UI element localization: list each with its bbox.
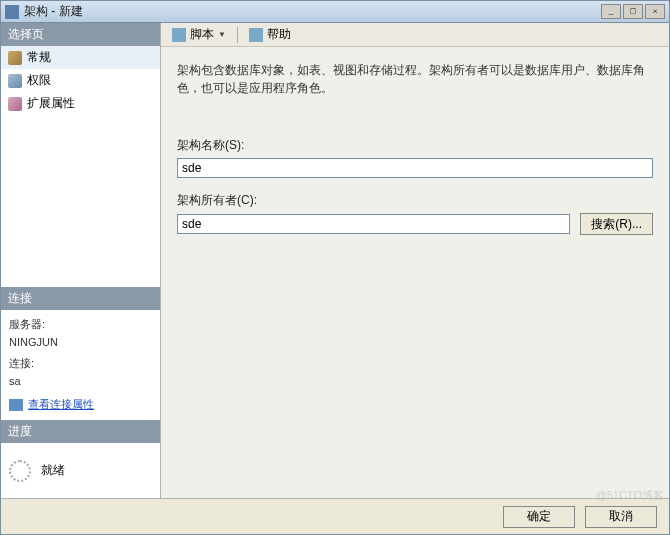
permissions-icon: [8, 74, 22, 88]
nav-list: 常规 权限 扩展属性: [1, 46, 160, 115]
dialog-body: 选择页 常规 权限 扩展属性 连接 服务器: NINGJUN: [1, 23, 669, 498]
help-icon: [249, 28, 263, 42]
toolbar-separator: [237, 27, 238, 43]
script-button[interactable]: 脚本 ▼: [167, 25, 231, 44]
connection-props-icon: [9, 399, 23, 411]
ok-button[interactable]: 确定: [503, 506, 575, 528]
view-connection-properties-link[interactable]: 查看连接属性: [9, 396, 152, 414]
nav-label: 权限: [27, 72, 51, 89]
dialog-window: 架构 - 新建 _ □ × 选择页 常规 权限 扩展属性: [0, 0, 670, 535]
minimize-button[interactable]: _: [601, 4, 621, 19]
schema-name-field: 架构名称(S):: [177, 137, 653, 178]
progress-spinner-icon: [9, 460, 31, 482]
app-icon: [5, 5, 19, 19]
toolbar: 脚本 ▼ 帮助: [161, 23, 669, 47]
script-icon: [172, 28, 186, 42]
select-page-header: 选择页: [1, 23, 160, 46]
help-button[interactable]: 帮助: [244, 25, 296, 44]
schema-owner-field: 架构所有者(C): 搜索(R)...: [177, 192, 653, 235]
close-button[interactable]: ×: [645, 4, 665, 19]
sidebar: 选择页 常规 权限 扩展属性 连接 服务器: NINGJUN: [1, 23, 161, 498]
window-controls: _ □ ×: [601, 4, 665, 19]
connection-header: 连接: [1, 287, 160, 310]
nav-label: 常规: [27, 49, 51, 66]
schema-owner-input[interactable]: [177, 214, 570, 234]
general-icon: [8, 51, 22, 65]
connection-info: 服务器: NINGJUN 连接: sa 查看连接属性: [1, 310, 160, 420]
schema-name-input[interactable]: [177, 158, 653, 178]
nav-item-permissions[interactable]: 权限: [1, 69, 160, 92]
main-panel: 脚本 ▼ 帮助 架构包含数据库对象，如表、视图和存储过程。架构所有者可以是数据库…: [161, 23, 669, 498]
content-area: 架构包含数据库对象，如表、视图和存储过程。架构所有者可以是数据库用户、数据库角色…: [161, 47, 669, 498]
schema-owner-label: 架构所有者(C):: [177, 192, 653, 209]
window-title: 架构 - 新建: [24, 3, 601, 20]
progress-panel: 就绪: [1, 443, 160, 498]
title-bar: 架构 - 新建 _ □ ×: [1, 1, 669, 23]
chevron-down-icon: ▼: [218, 30, 226, 39]
help-label: 帮助: [267, 26, 291, 43]
connection-label: 连接:: [9, 355, 152, 373]
description-text: 架构包含数据库对象，如表、视图和存储过程。架构所有者可以是数据库用户、数据库角色…: [177, 61, 653, 97]
progress-header: 进度: [1, 420, 160, 443]
maximize-button[interactable]: □: [623, 4, 643, 19]
server-value: NINGJUN: [9, 334, 152, 352]
nav-item-general[interactable]: 常规: [1, 46, 160, 69]
server-label: 服务器:: [9, 316, 152, 334]
nav-spacer: [1, 115, 160, 287]
script-label: 脚本: [190, 26, 214, 43]
extended-props-icon: [8, 97, 22, 111]
dialog-footer: 确定 取消: [1, 498, 669, 534]
progress-status: 就绪: [41, 462, 65, 479]
nav-item-extended-properties[interactable]: 扩展属性: [1, 92, 160, 115]
nav-label: 扩展属性: [27, 95, 75, 112]
link-text: 查看连接属性: [28, 396, 94, 414]
search-button[interactable]: 搜索(R)...: [580, 213, 653, 235]
schema-name-label: 架构名称(S):: [177, 137, 653, 154]
cancel-button[interactable]: 取消: [585, 506, 657, 528]
connection-value: sa: [9, 373, 152, 391]
